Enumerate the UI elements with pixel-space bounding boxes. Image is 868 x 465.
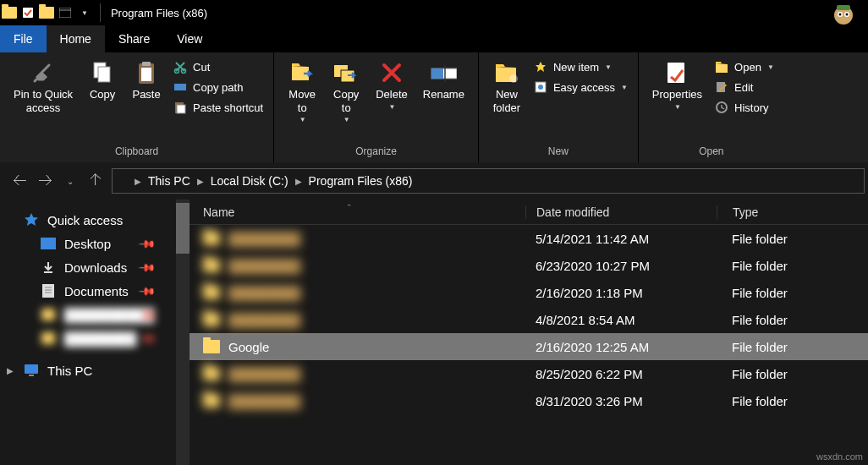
- table-row[interactable]: ████████8/25/2020 6:22 PMFile folder: [190, 360, 868, 387]
- col-type[interactable]: Type: [717, 205, 868, 219]
- pin-to-quick-access-button[interactable]: Pin to Quick access: [7, 56, 80, 118]
- file-date: 2/16/2020 12:25 AM: [525, 340, 717, 354]
- copy-path-button[interactable]: Copy path: [169, 78, 266, 96]
- sidebar-item-blurred[interactable]: ██████████ 📌: [0, 303, 176, 326]
- forward-button[interactable]: 🡢: [36, 172, 54, 190]
- file-type: File folder: [717, 286, 868, 300]
- col-name[interactable]: Name ⌃: [190, 205, 525, 219]
- copy-button[interactable]: Copy: [81, 56, 124, 105]
- properties-button[interactable]: Properties▼: [646, 56, 709, 114]
- chevron-right-icon[interactable]: ▶: [133, 177, 143, 186]
- folder-icon: [203, 340, 220, 353]
- titlebar: ▼ Program Files (x86): [0, 0, 868, 25]
- chevron-right-icon[interactable]: ▶: [7, 366, 14, 375]
- qat-customize-dropdown[interactable]: ▼: [76, 9, 93, 17]
- history-button[interactable]: History: [711, 98, 777, 117]
- file-date: 6/23/2020 10:27 PM: [525, 259, 717, 273]
- group-label-new: New: [486, 144, 631, 161]
- up-button[interactable]: 🡡: [86, 172, 105, 190]
- properties-icon: [663, 59, 690, 86]
- tab-file[interactable]: File: [0, 25, 47, 52]
- file-type: File folder: [717, 367, 868, 381]
- svg-rect-12: [142, 62, 151, 66]
- table-row[interactable]: ████████8/31/2020 3:26 PMFile folder: [190, 387, 868, 414]
- tab-home[interactable]: Home: [47, 25, 105, 52]
- table-row[interactable]: ████████5/14/2021 11:42 AMFile folder: [190, 225, 868, 252]
- svg-point-26: [509, 74, 518, 83]
- copy-to-button[interactable]: Copy to▼: [325, 56, 367, 127]
- new-item-button[interactable]: New item▼: [530, 57, 631, 76]
- chevron-right-icon[interactable]: ▶: [294, 177, 304, 186]
- svg-rect-40: [29, 375, 34, 376]
- sidebar: Quick access Desktop 📌 Downloads 📌 Docum…: [0, 200, 190, 465]
- svg-rect-1: [59, 8, 71, 18]
- group-label-clipboard: Clipboard: [7, 144, 266, 161]
- qat-window-icon[interactable]: [58, 5, 73, 20]
- back-button[interactable]: 🡠: [10, 172, 29, 190]
- table-row[interactable]: ████████4/8/2021 8:54 AMFile folder: [190, 306, 868, 333]
- svg-point-8: [846, 14, 849, 16]
- rename-icon: [430, 59, 457, 86]
- sidebar-documents[interactable]: Documents 📌: [0, 279, 176, 303]
- col-date-modified[interactable]: Date modified: [525, 205, 717, 219]
- chevron-right-icon[interactable]: ▶: [195, 177, 206, 186]
- qat-save-icon[interactable]: [20, 5, 36, 20]
- table-row[interactable]: ████████2/16/2020 1:18 PMFile folder: [190, 279, 868, 306]
- new-folder-button[interactable]: New folder: [486, 56, 528, 118]
- group-label-organize: Organize: [281, 144, 471, 161]
- cut-button[interactable]: Cut: [169, 57, 266, 76]
- address-bar[interactable]: ▶ This PC ▶ Local Disk (C:) ▶ Program Fi…: [112, 168, 865, 194]
- cut-icon: [173, 59, 188, 74]
- table-row[interactable]: ████████6/23/2020 10:27 PMFile folder: [190, 252, 868, 279]
- move-to-button[interactable]: Move to▼: [281, 56, 323, 127]
- edit-button[interactable]: Edit: [711, 78, 777, 96]
- file-list: ████████5/14/2021 11:42 AMFile folder███…: [190, 225, 868, 465]
- svg-rect-0: [23, 8, 33, 18]
- table-row[interactable]: Google2/16/2020 12:25 AMFile folder: [190, 333, 868, 360]
- mascot-icon: [827, 0, 866, 25]
- sidebar-scrollbar[interactable]: [176, 200, 190, 465]
- sidebar-desktop[interactable]: Desktop 📌: [0, 232, 176, 255]
- downloads-icon: [41, 260, 56, 275]
- file-type: File folder: [717, 259, 868, 273]
- edit-icon: [714, 79, 729, 95]
- recent-dropdown[interactable]: ⌄: [61, 172, 80, 190]
- sidebar-item-blurred[interactable]: ████████ 📌: [0, 326, 176, 350]
- svg-rect-4: [837, 5, 850, 10]
- qat-folder-icon[interactable]: [39, 5, 54, 20]
- crumb-local-disk[interactable]: Local Disk (C:): [207, 174, 292, 188]
- file-name: ████████: [228, 259, 300, 273]
- svg-rect-39: [25, 364, 38, 374]
- crumb-this-pc[interactable]: This PC: [145, 174, 194, 188]
- svg-rect-35: [42, 284, 54, 298]
- file-name: ████████: [228, 232, 300, 246]
- pin-icon: 📌: [138, 258, 157, 276]
- delete-button[interactable]: Delete▼: [369, 56, 415, 114]
- crumb-program-files[interactable]: Program Files (x86): [305, 174, 416, 188]
- file-name: Google: [228, 340, 269, 354]
- easy-access-icon: [533, 79, 548, 95]
- file-date: 4/8/2021 8:54 AM: [525, 313, 717, 327]
- easy-access-button[interactable]: Easy access▼: [530, 78, 631, 96]
- file-name: ████████: [228, 286, 300, 300]
- rename-button[interactable]: Rename: [416, 56, 471, 105]
- open-button[interactable]: Open▼: [711, 57, 777, 76]
- move-to-icon: [288, 59, 316, 86]
- sidebar-downloads[interactable]: Downloads 📌: [0, 255, 176, 279]
- tab-share[interactable]: Share: [105, 25, 163, 52]
- paste-shortcut-icon: [173, 100, 188, 115]
- svg-rect-23: [431, 68, 443, 79]
- copy-path-icon: [173, 79, 188, 95]
- pin-icon: 📌: [138, 234, 157, 253]
- svg-rect-10: [98, 67, 110, 82]
- group-label-open: Open: [646, 144, 777, 161]
- open-icon: [714, 59, 729, 74]
- ribbon: Pin to Quick access Copy Paste Cut: [0, 52, 868, 162]
- copy-to-icon: [332, 59, 360, 86]
- paste-button[interactable]: Paste: [125, 56, 168, 105]
- tab-view[interactable]: View: [163, 25, 216, 52]
- sidebar-quick-access[interactable]: Quick access: [0, 208, 176, 232]
- new-item-icon: [533, 59, 548, 74]
- paste-shortcut-button[interactable]: Paste shortcut: [169, 98, 266, 117]
- sidebar-this-pc[interactable]: ▶ This PC: [0, 358, 176, 382]
